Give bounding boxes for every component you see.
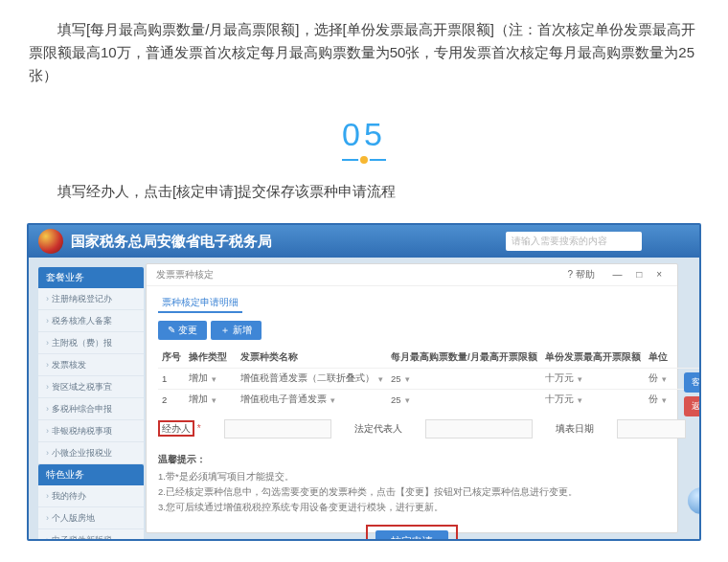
sidebar-item[interactable]: 主附税（费）报 — [38, 332, 144, 354]
op-select[interactable]: 增加 — [189, 372, 233, 385]
kind-select[interactable]: 增值税普通发票（二联折叠式） — [240, 372, 383, 385]
sidebar-item[interactable]: 注册纳税登记办 — [38, 288, 144, 310]
table-row: 1 增加 增值税普通发票（二联折叠式） 25 十万元 份 – — [158, 369, 701, 390]
table-row: 2 增加 增值税电子普通发票 25 十万元 份 – — [158, 390, 701, 411]
back-tag[interactable]: 返回 — [684, 396, 701, 416]
cell-no: 2 — [158, 390, 185, 411]
limit-select[interactable]: 十万元 — [545, 393, 589, 406]
tab-detail[interactable]: 票种核定申请明细 — [158, 294, 242, 313]
modal-title: 发票票种核定 — [156, 268, 214, 281]
submit-highlight: 核定申请 — [366, 525, 458, 541]
col-delete: 删除操作 — [696, 348, 701, 369]
step-instruction: 填写经办人，点击[核定申请]提交保存该票种申请流程 — [0, 176, 728, 209]
col-no: 序号 — [158, 348, 185, 369]
col-unit: 单位 — [645, 348, 696, 369]
invoice-table: 序号 操作类型 发票种类名称 每月最高购票数量/月最高开票限额 单份发票最高开票… — [158, 348, 701, 410]
sidebar-item[interactable]: 多税种综合申报 — [38, 398, 144, 420]
date-input[interactable] — [617, 419, 686, 438]
qty-select[interactable]: 25 — [391, 394, 435, 405]
tip-line: 2.已经核定票种信息中，勾选需要变更的发票种类，点击【变更】按钮对已核定票种信息… — [158, 484, 666, 500]
form-fields: 经办人 * 法定代表人 填表日期 — [158, 419, 666, 438]
add-button[interactable]: ＋ 新增 — [211, 321, 262, 340]
sidebar-item[interactable]: 小微企业报税业 — [38, 442, 144, 464]
step-number: 05 — [0, 116, 728, 153]
search-placeholder: 请输入需要搜索的内容 — [512, 235, 607, 248]
tips-title: 温馨提示： — [158, 452, 666, 467]
op-select[interactable]: 增加 — [189, 393, 233, 406]
floating-helpers: 客服 返回 — [684, 372, 701, 420]
kind-select[interactable]: 增值税电子普通发票 — [240, 393, 335, 406]
handler-input[interactable] — [224, 419, 331, 438]
assistant-robot-icon[interactable] — [688, 487, 701, 514]
national-emblem-icon — [38, 229, 63, 254]
limit-select[interactable]: 十万元 — [545, 372, 589, 385]
sidebar-item[interactable]: 非银税纳税事项 — [38, 420, 144, 442]
screenshot-container: 国家税务总局安徽省电子税务局 请输入需要搜索的内容 套餐业务 注册纳税登记办 税… — [27, 223, 701, 541]
help-link[interactable]: ? 帮助 — [567, 269, 594, 280]
legal-label: 法定代表人 — [354, 422, 402, 436]
search-input[interactable]: 请输入需要搜索的内容 — [506, 232, 642, 251]
legal-input[interactable] — [425, 419, 533, 438]
app-header: 国家税务总局安徽省电子税务局 请输入需要搜索的内容 — [29, 225, 699, 258]
customer-service-tag[interactable]: 客服 — [684, 372, 701, 393]
cell-no: 1 — [158, 369, 185, 390]
edit-button[interactable]: ✎ 变更 — [158, 321, 207, 340]
tip-line: 1.带*是必须填写项目才能提交。 — [158, 469, 666, 484]
submit-button[interactable]: 核定申请 — [375, 530, 448, 541]
sidebar-item[interactable]: 税务核准人备案 — [38, 310, 144, 332]
sidebar-item[interactable]: 电子税件新版税 — [38, 529, 144, 541]
col-qty: 每月最高购票数量/月最高开票限额 — [387, 348, 541, 369]
modal-invoice-type: 发票票种核定 ? 帮助 — □ × 票种核定申请明细 ✎ 变更 ＋ 新增 — [146, 263, 678, 533]
sidebar-list-1: 注册纳税登记办 税务核准人备案 主附税（费）报 发票核发 资区域之税事宜 多税种… — [38, 288, 144, 464]
sidebar-group-title-2: 特色业务 — [38, 464, 144, 485]
sidebar-list-2: 我的待办 个人版房地 电子税件新版税 设备服电子发票 财政电子政策月 — [38, 485, 144, 541]
tip-line: 3.您可后续通过增值税税控系统专用设备变更进行模块，进行更新。 — [158, 500, 666, 515]
qty-select[interactable]: 25 — [391, 373, 435, 384]
col-op: 操作类型 — [185, 348, 237, 369]
col-limit: 单份发票最高开票限额 — [541, 348, 645, 369]
sidebar-item[interactable]: 资区域之税事宜 — [38, 376, 144, 398]
step-divider — [342, 159, 386, 161]
sidebar-group-title-1: 套餐业务 — [38, 267, 144, 288]
sidebar-item[interactable]: 个人版房地 — [38, 507, 144, 529]
col-kind: 发票种类名称 — [237, 348, 387, 369]
window-controls[interactable]: — □ × — [613, 269, 668, 280]
handler-label: 经办人 * — [158, 422, 201, 436]
sidebar-item[interactable]: 发票核发 — [38, 354, 144, 376]
tips-block: 温馨提示： 1.带*是必须填写项目才能提交。 2.已经核定票种信息中，勾选需要变… — [158, 452, 666, 515]
intro-paragraph: 填写[每月最高购票数量/月最高票限额]，选择[单份发票最高开票限额]（注：首次核… — [0, 14, 728, 93]
date-label: 填表日期 — [556, 422, 594, 436]
sidebar-item[interactable]: 我的待办 — [38, 485, 144, 507]
sidebar: 套餐业务 注册纳税登记办 税务核准人备案 主附税（费）报 发票核发 资区域之税事… — [38, 267, 144, 529]
app-title: 国家税务总局安徽省电子税务局 — [71, 233, 272, 251]
